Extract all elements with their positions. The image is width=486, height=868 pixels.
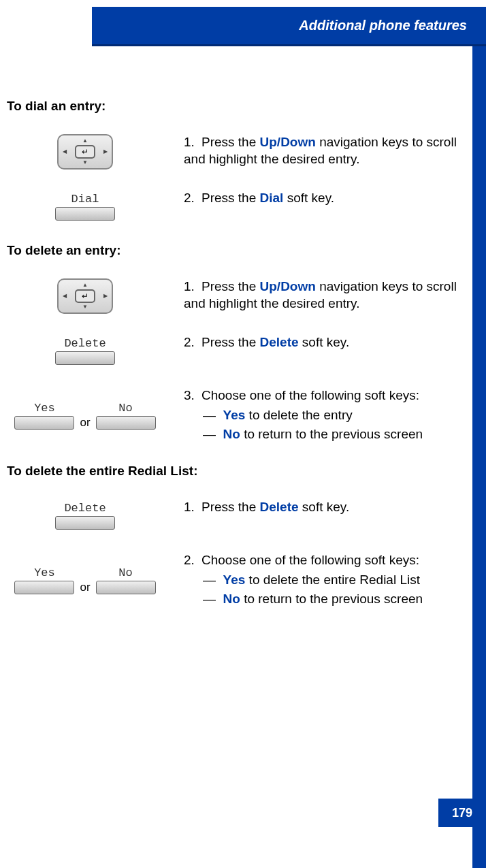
arrow-up-icon: ▲ (82, 138, 88, 144)
key-name: Up/Down (260, 279, 316, 293)
softkey-pair: Yes or No (14, 402, 155, 430)
dial-step-1-text: 1.Press the Up/Down navigation keys to s… (184, 134, 463, 167)
arrow-down-icon: ▼ (82, 304, 88, 310)
softkey-label: Yes (34, 402, 55, 415)
no-softkey: No (96, 566, 156, 594)
softkey-graphic: Dial (7, 190, 163, 223)
dial-softkey: Dial (55, 193, 115, 221)
softkey-label: Yes (34, 566, 55, 579)
step-number: 3. (184, 387, 201, 404)
softkey-button-icon (96, 581, 156, 594)
softkey-label: Dial (71, 193, 99, 206)
no-softkey: No (96, 402, 156, 430)
arrow-up-icon: ▲ (82, 283, 88, 288)
nav-key-graphic: ▲ ▼ ◀ ▶ ↵ (7, 134, 163, 170)
delete-entry-step-2-text: 2.Press the Delete soft key. (184, 334, 463, 351)
dial-step-1: ▲ ▼ ◀ ▶ ↵ 1.Press the Up/Down navigation… (7, 134, 463, 170)
softkey-label: No (118, 402, 132, 415)
step-number: 2. (184, 190, 201, 207)
section-heading-delete-list: To delete the entire Redial List: (7, 464, 463, 479)
or-text: or (80, 416, 90, 430)
arrow-left-icon: ◀ (63, 149, 67, 155)
dial-step-2: Dial 2.Press the Dial soft key. (7, 190, 463, 223)
option-no: — No to return to the previous screen (203, 591, 463, 608)
up-down-nav-icon: ▲ ▼ ◀ ▶ ↵ (57, 278, 113, 314)
key-name: Yes (223, 573, 246, 587)
key-name: Dial (260, 191, 284, 205)
delete-entry-step-3-text: 3.Choose one of the following soft keys:… (184, 387, 463, 443)
softkey-button-icon (14, 416, 74, 430)
softkey-button-icon (14, 581, 74, 594)
yes-no-softkey-graphic: Yes or No (7, 399, 163, 432)
delete-entry-step-2: Delete 2.Press the Delete soft key. (7, 334, 463, 367)
dial-step-2-text: 2.Press the Dial soft key. (184, 190, 463, 207)
arrow-right-icon: ▶ (103, 293, 108, 299)
step-number: 1. (184, 278, 201, 295)
softkey-label: Delete (64, 337, 106, 350)
key-name: No (223, 592, 240, 606)
side-stripe (472, 46, 486, 868)
delete-softkey: Delete (55, 502, 115, 530)
arrow-left-icon: ◀ (63, 293, 67, 299)
enter-key-icon: ↵ (75, 289, 95, 303)
key-name: Delete (260, 335, 299, 349)
key-name: Delete (260, 500, 299, 514)
delete-softkey: Delete (55, 337, 115, 365)
instruction-text: Press the Delete soft key. (201, 500, 349, 514)
softkey-button-icon (55, 207, 115, 221)
softkey-graphic: Delete (7, 499, 163, 532)
delete-list-step-2: Yes or No 2.Choose one of the following … (7, 552, 463, 608)
key-name: Yes (223, 408, 246, 422)
step-number: 1. (184, 134, 201, 151)
softkey-button-icon (55, 516, 115, 530)
delete-entry-step-1: ▲ ▼ ◀ ▶ ↵ 1.Press the Up/Down navigation… (7, 278, 463, 314)
enter-key-icon: ↵ (75, 145, 95, 159)
option-yes: — Yes to delete the entry (203, 407, 463, 424)
page-content: To dial an entry: ▲ ▼ ◀ ▶ ↵ 1.Press the … (7, 78, 463, 868)
arrow-right-icon: ▶ (103, 149, 108, 155)
instruction-text: Choose one of the following soft keys: (201, 553, 419, 567)
option-no: — No to return to the previous screen (203, 426, 463, 443)
instruction-text: Press the Dial soft key. (201, 191, 334, 205)
softkey-button-icon (55, 351, 115, 365)
step-number: 1. (184, 499, 201, 516)
key-name: No (223, 427, 240, 441)
section-heading-delete-entry: To delete an entry: (7, 243, 463, 258)
yes-softkey: Yes (14, 566, 74, 594)
section-heading-dial: To dial an entry: (7, 99, 463, 114)
nav-key-graphic: ▲ ▼ ◀ ▶ ↵ (7, 278, 163, 314)
step-number: 2. (184, 334, 201, 351)
page-header: Additional phone features (92, 7, 486, 46)
delete-entry-step-1-text: 1.Press the Up/Down navigation keys to s… (184, 278, 463, 312)
instruction-text: Choose one of the following soft keys: (201, 388, 419, 402)
instruction-text: Press the Up/Down navigation keys to scr… (184, 279, 457, 310)
step-number: 2. (184, 552, 201, 569)
instruction-text: Press the Delete soft key. (201, 335, 349, 349)
softkey-label: Delete (64, 502, 106, 515)
page-header-title: Additional phone features (299, 18, 467, 33)
softkey-button-icon (96, 416, 156, 430)
softkey-pair: Yes or No (14, 566, 155, 594)
softkey-graphic: Delete (7, 334, 163, 367)
delete-list-step-1: Delete 1.Press the Delete soft key. (7, 499, 463, 532)
up-down-nav-icon: ▲ ▼ ◀ ▶ ↵ (57, 134, 113, 170)
arrow-down-icon: ▼ (82, 160, 88, 165)
yes-softkey: Yes (14, 402, 74, 430)
delete-list-step-2-text: 2.Choose one of the following soft keys:… (184, 552, 463, 608)
yes-no-softkey-graphic: Yes or No (7, 564, 163, 596)
delete-entry-step-3: Yes or No 3.Choose one of the following … (7, 387, 463, 443)
softkey-label: No (118, 566, 132, 579)
key-name: Up/Down (260, 135, 316, 149)
or-text: or (80, 581, 90, 594)
instruction-text: Press the Up/Down navigation keys to scr… (184, 135, 457, 166)
option-yes: — Yes to delete the entire Redial List (203, 572, 463, 589)
delete-list-step-1-text: 1.Press the Delete soft key. (184, 499, 463, 516)
